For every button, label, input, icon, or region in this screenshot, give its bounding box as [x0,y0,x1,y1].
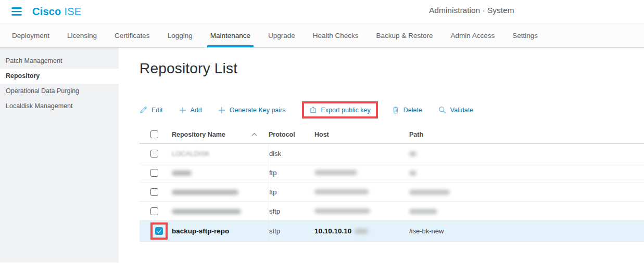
main-content: Repository List Edit Add Generate Key pa… [119,48,644,262]
cell-text: disk [269,150,281,157]
path-cell [409,207,644,215]
cell-text: sftp [269,227,280,235]
redacted-text [172,190,238,195]
path-cell: /ise-bk-new [409,227,644,235]
redacted-text [314,189,369,194]
column-header-repository-name[interactable]: Repository Name [172,131,269,138]
row-checkbox-cell [140,188,172,196]
repository-name-cell [172,188,269,196]
column-header-protocol[interactable]: Protocol [269,131,314,138]
generate-key-pairs-label: Generate Key pairs [230,107,286,114]
tab-health-checks[interactable]: Health Checks [304,23,368,47]
add-button[interactable]: Add [179,107,202,114]
protocol-cell: disk [269,144,314,163]
checkbox-highlight-annotation [150,222,168,240]
protocol-cell: ftp [269,163,314,182]
sort-ascending-icon[interactable] [251,133,257,136]
hamburger-menu-icon[interactable] [11,7,22,16]
column-header-path[interactable]: Path [409,131,644,138]
tab-backup-restore[interactable]: Backup & Restore [368,23,442,47]
generate-key-pairs-button[interactable]: Generate Key pairs [218,107,286,114]
breadcrumb: Administration · System [429,6,514,15]
redacted-text [355,229,368,234]
page-title: Repository List [140,59,644,77]
sidebar-item-patch-management[interactable]: Patch Management [0,54,119,69]
repository-table: Repository Name Protocol Host Path LOCAL… [140,125,644,242]
table-row[interactable]: LOCALDISKdisk [140,144,644,163]
validate-button[interactable]: Validate [438,106,473,114]
select-all-checkbox[interactable] [150,130,158,138]
export-public-key-button[interactable]: Export public key [309,106,371,114]
redacted-text [172,209,241,214]
repository-name-cell [172,207,269,215]
row-checkbox-cell [140,222,172,240]
host-cell [314,208,409,214]
add-label: Add [191,107,202,114]
brand-primary: Cisco [32,6,61,18]
redacted-text [409,209,437,214]
sidebar-item-repository[interactable]: Repository [0,69,119,84]
row-checkbox[interactable] [150,188,158,196]
repository-name-cell [172,169,269,177]
cell-text: 10.10.10.10 [314,227,351,235]
cell-text: backup-sftp-repo [172,227,229,235]
protocol-cell: sftp [269,202,314,220]
export-highlight-annotation: Export public key [302,101,378,119]
edit-button[interactable]: Edit [140,106,163,114]
tab-logging[interactable]: Logging [159,23,201,47]
delete-button[interactable]: Delete [392,106,422,114]
trash-icon [392,106,399,114]
top-header: Cisco ISE Administration · System [0,0,644,23]
redacted-text [409,190,450,195]
row-checkbox-cell [140,207,172,215]
repository-name-header-label: Repository Name [172,131,225,138]
row-checkbox[interactable] [150,169,158,177]
sidebar-item-localdisk-management[interactable]: Localdisk Management [0,99,119,114]
table-row[interactable]: ftp [140,182,644,202]
row-checkbox-cell [140,169,172,177]
row-checkbox[interactable] [150,150,158,157]
tab-upgrade[interactable]: Upgrade [259,23,304,47]
plus-icon [179,107,186,114]
host-cell [314,170,409,175]
brand-secondary: ISE [64,6,81,18]
tab-maintenance[interactable]: Maintenance [201,23,259,47]
redacted-text [314,208,370,214]
tab-certificates[interactable]: Certificates [106,23,159,47]
row-checkbox-cell [140,150,172,157]
table-row[interactable]: sftp [140,202,644,221]
column-header-host[interactable]: Host [314,131,409,138]
plus-icon [218,107,225,114]
row-checkbox[interactable] [150,207,158,215]
edit-label: Edit [151,107,163,114]
host-cell: 10.10.10.10 [314,227,409,235]
tab-licensing[interactable]: Licensing [58,23,106,47]
redacted-text [172,170,192,176]
tab-admin-access[interactable]: Admin Access [441,23,503,47]
path-cell [409,188,644,196]
pencil-icon [140,106,147,114]
table-body: LOCALDISKdiskftpftpsftpbackup-sftp-repos… [140,144,644,242]
table-row[interactable]: ftp [140,163,644,182]
brand-logo: Cisco ISE [32,6,81,18]
redacted-text [409,170,416,176]
repository-name-cell: backup-sftp-repo [172,227,269,235]
cell-text: LOCALDISK [172,150,210,157]
tab-deployment[interactable]: Deployment [3,23,58,47]
cell-text: ftp [269,188,276,196]
export-public-key-label: Export public key [321,107,371,114]
repository-name-cell: LOCALDISK [172,150,269,157]
row-checkbox[interactable] [155,227,163,235]
sidebar-item-operational-data-purging[interactable]: Operational Data Purging [0,84,119,99]
redacted-text [409,151,416,156]
cell-text: ftp [269,169,276,177]
validate-label: Validate [450,107,473,114]
select-all-cell [140,130,172,138]
table-row[interactable]: backup-sftp-reposftp10.10.10.10/ise-bk-n… [140,221,644,242]
tab-settings[interactable]: Settings [503,23,547,47]
delete-label: Delete [403,107,422,114]
table-header-row: Repository Name Protocol Host Path [140,125,644,144]
sidebar: Patch Management Repository Operational … [0,48,119,262]
magnifier-icon [438,106,446,114]
main-tabbar: Deployment Licensing Certificates Loggin… [0,23,644,48]
